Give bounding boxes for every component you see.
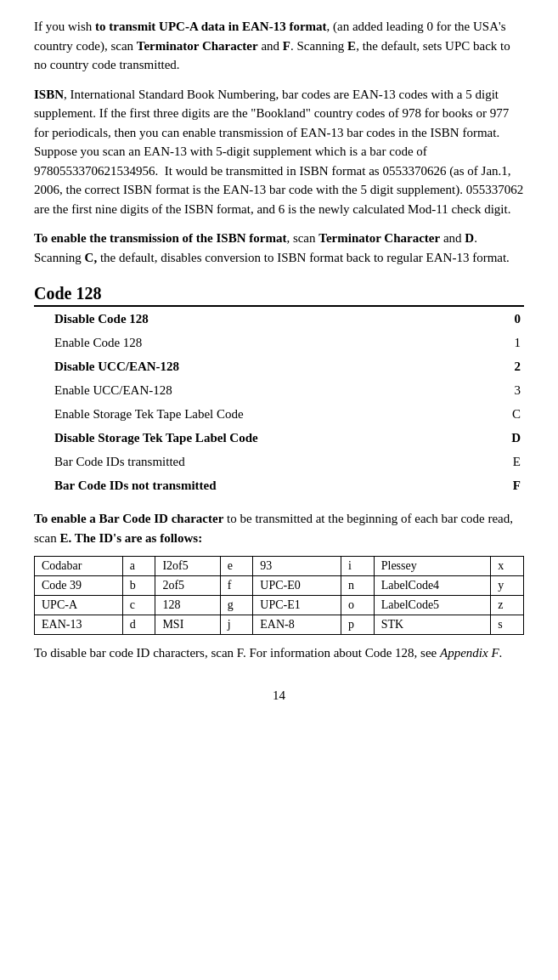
barcode-table-cell: a — [122, 557, 155, 576]
code-table-row: Bar Code IDs transmittedE — [34, 450, 524, 473]
barcode-id-table: CodabaraI2of5e93iPlesseyxCode 39b2of5fUP… — [34, 556, 524, 635]
code-table-label: Bar Code IDs transmitted — [34, 450, 486, 473]
barcode-table-cell: s — [491, 615, 524, 635]
intro-paragraph-2: ISBN, International Standard Book Number… — [34, 85, 524, 219]
after-table-section: To enable a Bar Code ID character to be … — [34, 509, 524, 547]
barcode-table-cell: Codabar — [35, 557, 123, 576]
page-number: 14 — [34, 688, 524, 703]
barcode-table-cell: 128 — [155, 596, 220, 615]
code-table-label: Enable Code 128 — [34, 331, 486, 354]
barcode-table-cell: STK — [374, 615, 491, 635]
intro-section: If you wish to transmit UPC-A data in EA… — [34, 17, 524, 267]
barcode-table-cell: 2of5 — [155, 576, 220, 596]
barcode-table-cell: y — [491, 576, 524, 596]
barcode-table-cell: o — [341, 596, 375, 615]
barcode-table-cell: d — [122, 615, 155, 635]
barcode-table-cell: EAN-13 — [35, 615, 123, 635]
code-table-label: Enable Storage Tek Tape Label Code — [34, 402, 486, 426]
barcode-table-cell: p — [341, 615, 375, 635]
barcode-table-cell: b — [122, 576, 155, 596]
barcode-table-cell: UPC-E1 — [253, 596, 341, 615]
code-table-row: Disable UCC/EAN-1282 — [34, 354, 524, 378]
code-table-row: Bar Code IDs not transmittedF — [34, 473, 524, 497]
code-128-heading: Code 128 — [34, 284, 524, 307]
code-table-value: F — [486, 473, 524, 497]
barcode-table-cell: j — [220, 615, 253, 635]
code-table-value: C — [486, 402, 524, 426]
barcode-table-cell: I2of5 — [155, 557, 220, 576]
barcode-table-cell: c — [122, 596, 155, 615]
barcode-table-row: CodabaraI2of5e93iPlesseyx — [35, 557, 524, 576]
code-table-value: D — [486, 426, 524, 450]
barcode-table-row: UPC-Ac128gUPC-E1oLabelCode5z — [35, 596, 524, 615]
barcode-table-cell: z — [491, 596, 524, 615]
barcode-table-cell: LabelCode4 — [374, 576, 491, 596]
barcode-table-cell: Code 39 — [35, 576, 123, 596]
barcode-table-cell: 93 — [253, 557, 341, 576]
code-table-value: 0 — [486, 307, 524, 331]
barcode-table-cell: MSI — [155, 615, 220, 635]
code-table-label: Disable UCC/EAN-128 — [34, 354, 486, 378]
intro-paragraph-1: If you wish to transmit UPC-A data in EA… — [34, 17, 524, 75]
barcode-table-cell: g — [220, 596, 253, 615]
barcode-table-cell: EAN-8 — [253, 615, 341, 635]
barcode-table-cell: x — [491, 557, 524, 576]
code-table-row: Disable Code 1280 — [34, 307, 524, 331]
footer-section: To disable bar code ID characters, scan … — [34, 643, 524, 663]
code-table-row: Enable UCC/EAN-1283 — [34, 378, 524, 402]
code-table-label: Bar Code IDs not transmitted — [34, 473, 486, 497]
code-128-heading-wrapper: Code 128 — [34, 284, 524, 307]
intro-paragraph-3: To enable the transmission of the ISBN f… — [34, 229, 524, 267]
barcode-table-cell: i — [341, 557, 375, 576]
code-table-row: Enable Storage Tek Tape Label CodeC — [34, 402, 524, 426]
barcode-table-cell: LabelCode5 — [374, 596, 491, 615]
code-table-label: Enable UCC/EAN-128 — [34, 378, 486, 402]
code-table-value: 1 — [486, 331, 524, 354]
barcode-table-cell: f — [220, 576, 253, 596]
code-table-row: Enable Code 1281 — [34, 331, 524, 354]
after-table-paragraph: To enable a Bar Code ID character to be … — [34, 509, 524, 547]
barcode-table-row: Code 39b2of5fUPC-E0nLabelCode4y — [35, 576, 524, 596]
barcode-table-cell: UPC-E0 — [253, 576, 341, 596]
barcode-table-cell: UPC-A — [35, 596, 123, 615]
barcode-table-row: EAN-13dMSIjEAN-8pSTKs — [35, 615, 524, 635]
code-table-value: E — [486, 450, 524, 473]
code-128-table: Disable Code 1280Enable Code 1281Disable… — [34, 307, 524, 497]
code-table-row: Disable Storage Tek Tape Label CodeD — [34, 426, 524, 450]
code-table-value: 3 — [486, 378, 524, 402]
code-table-label: Disable Code 128 — [34, 307, 486, 331]
barcode-table-cell: e — [220, 557, 253, 576]
code-table-value: 2 — [486, 354, 524, 378]
code-table-label: Disable Storage Tek Tape Label Code — [34, 426, 486, 450]
barcode-table-cell: Plessey — [374, 557, 491, 576]
footer-paragraph: To disable bar code ID characters, scan … — [34, 643, 524, 663]
barcode-table-cell: n — [341, 576, 375, 596]
